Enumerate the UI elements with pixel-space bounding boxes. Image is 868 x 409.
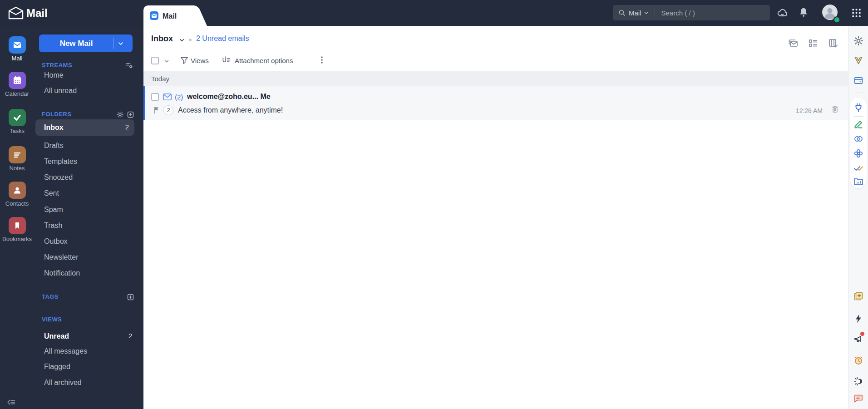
sidebar-folder-outbox[interactable]: Outbox (44, 236, 68, 247)
new-mail-dropdown-chevron-icon[interactable] (117, 40, 124, 47)
attachment-paperclip-icon[interactable] (222, 55, 231, 65)
rail-label-calendar[interactable]: Calendar (0, 90, 34, 97)
calendar-app-icon (9, 75, 26, 86)
feedback-chat-icon[interactable] (853, 393, 864, 404)
section-header-tags: TAGS (42, 291, 59, 302)
rail-label-tasks[interactable]: Tasks (0, 128, 34, 134)
wallet-icon[interactable] (853, 75, 864, 86)
rail-item-mail[interactable] (9, 36, 26, 54)
section-header-folders: FOLDERS (42, 109, 72, 120)
notifications-bell-icon[interactable] (798, 6, 809, 18)
sidebar-view-all-archived[interactable]: All archived (44, 377, 82, 388)
reports-folder-icon[interactable] (853, 176, 864, 187)
sidebar-view-flagged[interactable]: Flagged (44, 361, 70, 372)
unread-view-badge: 2 (128, 332, 132, 340)
tags-add-icon[interactable] (127, 293, 134, 301)
sign-icon[interactable] (853, 119, 864, 130)
right-app-strip (848, 26, 868, 409)
streams-settings-icon[interactable] (125, 62, 133, 69)
apps-grid-icon[interactable] (851, 7, 862, 19)
attachment-options-button[interactable]: Attachment options (235, 57, 293, 64)
tab-mail[interactable]: Mail (143, 5, 194, 26)
section-header-streams: STREAMS (42, 60, 72, 71)
tasks-app-icon (9, 112, 26, 123)
email-row-checkbox[interactable] (151, 93, 159, 101)
rail-item-calendar[interactable] (9, 72, 26, 89)
crm-links-icon[interactable] (853, 133, 864, 144)
sidebar-folder-drafts[interactable]: Drafts (44, 140, 64, 151)
scope-chevron-down-icon[interactable] (643, 10, 649, 16)
zoho-mail-logo[interactable] (7, 6, 25, 20)
thread-count-prefix: (2) (175, 93, 183, 101)
integrations-pill (850, 98, 867, 188)
sidebar-folder-notification[interactable]: Notification (44, 268, 80, 279)
group-header-today: Today (151, 71, 169, 86)
folders-settings-gear-icon[interactable] (116, 111, 124, 118)
sidebar-view-unread[interactable]: Unread (44, 331, 69, 342)
sticky-note-add-icon[interactable] (853, 291, 864, 302)
list-view-icon[interactable] (808, 38, 819, 49)
views-funnel-icon[interactable] (180, 56, 189, 65)
vault-icon[interactable] (853, 55, 864, 66)
presence-dot (833, 16, 840, 23)
search-icon (618, 9, 626, 17)
new-mail-button[interactable]: New Mail (39, 34, 133, 52)
settings-gear-icon[interactable] (853, 35, 864, 46)
new-mail-label: New Mail (39, 34, 113, 52)
sidebar-folder-templates[interactable]: Templates (44, 156, 77, 167)
rail-label-notes[interactable]: Notes (0, 165, 34, 172)
plug-extension-icon[interactable] (853, 102, 864, 113)
mail-list-panel: Inbox 2 Unread emails Views Attachment o… (143, 26, 848, 409)
header-separator-dot (189, 39, 192, 41)
unread-emails-link[interactable]: 2 Unread emails (196, 34, 249, 43)
rail-item-contacts[interactable] (9, 182, 26, 199)
folders-add-icon[interactable] (127, 111, 134, 118)
sidebar-item-all-unread[interactable]: All unread (44, 85, 77, 96)
search-input[interactable]: Mail Search ( / ) (613, 5, 770, 20)
folder-dropdown[interactable]: Inbox (151, 34, 173, 44)
app-title: Mail (26, 0, 48, 26)
folder-chevron-down-icon[interactable] (178, 37, 185, 44)
thread-count-badge: 2 (163, 105, 173, 115)
contacts-app-icon (9, 185, 26, 196)
select-all-checkbox[interactable] (151, 57, 159, 64)
delete-email-icon[interactable] (830, 104, 840, 114)
more-options-icon[interactable] (317, 55, 327, 65)
sidebar-folder-spam[interactable]: Spam (44, 204, 63, 215)
views-filter-button[interactable]: Views (191, 57, 209, 64)
search-scope-selector[interactable]: Mail (629, 9, 641, 17)
clover-icon[interactable] (853, 148, 864, 159)
announcement-alert-dot (860, 332, 864, 336)
column-view-icon[interactable] (828, 38, 838, 49)
sidebar-view-all-messages[interactable]: All messages (44, 346, 87, 357)
sidebar-folder-inbox[interactable]: Inbox 2 (35, 119, 134, 136)
flag-icon[interactable] (153, 106, 161, 114)
sidebar-folder-snoozed[interactable]: Snoozed (44, 172, 73, 183)
conversation-view-icon[interactable] (788, 38, 799, 49)
theme-toggle-icon[interactable] (853, 376, 864, 387)
sidebar-folder-newsletter[interactable]: Newsletter (44, 252, 79, 263)
select-dropdown-chevron-icon[interactable] (163, 58, 170, 64)
alarm-clock-icon[interactable] (853, 355, 864, 366)
mail-app-icon (9, 39, 26, 50)
sidebar-folder-trash[interactable]: Trash (44, 220, 62, 231)
collapse-sidebar-icon[interactable] (6, 397, 16, 407)
double-check-icon[interactable] (853, 163, 864, 173)
sidebar-folder-sent[interactable]: Sent (44, 188, 59, 199)
strip-divider (854, 93, 863, 93)
rail-item-notes[interactable] (9, 146, 26, 163)
email-row[interactable]: (2) welcome@zoho.eu... Me 2 Access from … (143, 86, 848, 120)
rail-item-bookmarks[interactable] (9, 217, 26, 234)
rail-label-bookmarks[interactable]: Bookmarks (0, 236, 34, 242)
inbox-unread-badge: 2 (125, 123, 129, 131)
bolt-icon[interactable] (853, 313, 864, 324)
cloud-migration-icon[interactable] (776, 7, 789, 19)
sidebar-item-home[interactable]: Home (44, 70, 64, 81)
rail-label-mail[interactable]: Mail (0, 55, 34, 62)
sidebar: Mail Calendar Tasks Notes Contacts Bookm… (0, 26, 143, 409)
rail-item-tasks[interactable] (9, 109, 26, 126)
search-placeholder: Search ( / ) (661, 9, 695, 17)
group-header-bar: Today (143, 71, 848, 86)
rail-label-contacts[interactable]: Contacts (0, 200, 34, 207)
tab-label: Mail (163, 5, 177, 27)
